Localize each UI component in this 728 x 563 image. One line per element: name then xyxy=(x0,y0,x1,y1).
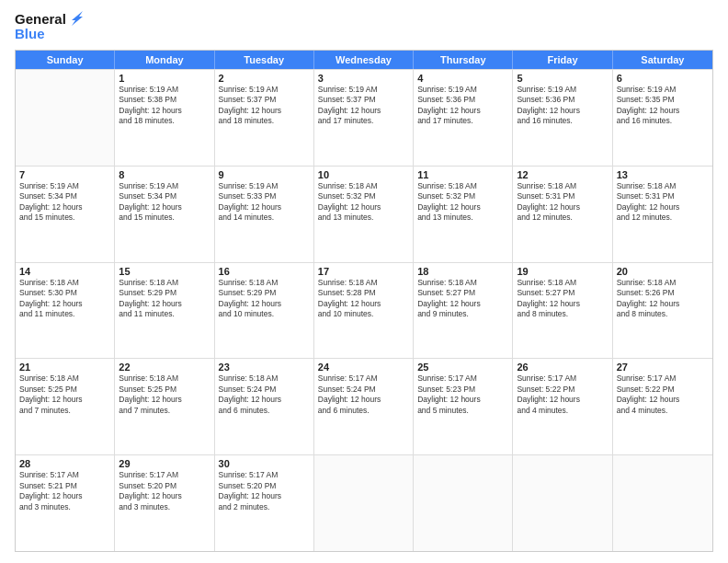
day-number: 19 xyxy=(517,266,608,277)
calendar-header: SundayMondayTuesdayWednesdayThursdayFrid… xyxy=(16,51,712,69)
day-number: 1 xyxy=(119,73,210,84)
day-cell-20: 20Sunrise: 5:18 AM Sunset: 5:26 PM Dayli… xyxy=(613,263,712,359)
day-number: 23 xyxy=(219,362,310,373)
header-day-friday: Friday xyxy=(513,51,612,69)
day-info: Sunrise: 5:18 AM Sunset: 5:24 PM Dayligh… xyxy=(219,373,310,416)
day-number: 3 xyxy=(318,73,409,84)
day-info: Sunrise: 5:19 AM Sunset: 5:36 PM Dayligh… xyxy=(517,85,608,127)
day-info: Sunrise: 5:18 AM Sunset: 5:27 PM Dayligh… xyxy=(417,278,508,320)
day-number: 9 xyxy=(219,169,310,180)
day-number: 18 xyxy=(417,266,508,277)
page: General Blue SundayMondayTuesdayWednesda… xyxy=(0,0,728,563)
day-cell-12: 12Sunrise: 5:18 AM Sunset: 5:31 PM Dayli… xyxy=(513,167,612,262)
day-number: 24 xyxy=(318,362,409,373)
day-number: 5 xyxy=(517,73,608,84)
day-info: Sunrise: 5:19 AM Sunset: 5:36 PM Dayligh… xyxy=(417,85,508,127)
day-number: 8 xyxy=(119,169,210,180)
day-info: Sunrise: 5:17 AM Sunset: 5:20 PM Dayligh… xyxy=(219,470,310,512)
day-cell-5: 5Sunrise: 5:19 AM Sunset: 5:36 PM Daylig… xyxy=(513,70,612,166)
day-info: Sunrise: 5:18 AM Sunset: 5:29 PM Dayligh… xyxy=(219,278,310,320)
day-cell-23: 23Sunrise: 5:18 AM Sunset: 5:24 PM Dayli… xyxy=(215,359,314,454)
day-info: Sunrise: 5:18 AM Sunset: 5:29 PM Dayligh… xyxy=(119,278,210,320)
day-info: Sunrise: 5:17 AM Sunset: 5:23 PM Dayligh… xyxy=(417,373,508,416)
day-info: Sunrise: 5:19 AM Sunset: 5:37 PM Dayligh… xyxy=(219,85,310,127)
day-cell-25: 25Sunrise: 5:17 AM Sunset: 5:23 PM Dayli… xyxy=(414,359,513,454)
day-info: Sunrise: 5:19 AM Sunset: 5:38 PM Dayligh… xyxy=(119,85,210,127)
day-number: 22 xyxy=(119,362,210,373)
day-number: 15 xyxy=(119,266,210,277)
day-info: Sunrise: 5:18 AM Sunset: 5:25 PM Dayligh… xyxy=(119,373,210,416)
day-info: Sunrise: 5:19 AM Sunset: 5:35 PM Dayligh… xyxy=(617,85,709,127)
day-number: 16 xyxy=(219,266,310,277)
svg-marker-0 xyxy=(72,11,83,26)
header-day-wednesday: Wednesday xyxy=(314,51,414,69)
day-number: 30 xyxy=(219,458,310,469)
empty-cell-0-0 xyxy=(16,70,115,166)
day-cell-7: 7Sunrise: 5:19 AM Sunset: 5:34 PM Daylig… xyxy=(16,167,115,262)
day-info: Sunrise: 5:18 AM Sunset: 5:27 PM Dayligh… xyxy=(517,278,608,320)
day-info: Sunrise: 5:19 AM Sunset: 5:33 PM Dayligh… xyxy=(219,181,310,224)
logo-icon xyxy=(68,9,85,28)
day-info: Sunrise: 5:18 AM Sunset: 5:32 PM Dayligh… xyxy=(417,181,508,224)
header-day-thursday: Thursday xyxy=(414,51,513,69)
day-number: 14 xyxy=(19,266,110,277)
day-cell-24: 24Sunrise: 5:17 AM Sunset: 5:24 PM Dayli… xyxy=(314,359,414,454)
day-number: 13 xyxy=(617,169,709,180)
day-number: 12 xyxy=(517,169,608,180)
day-info: Sunrise: 5:18 AM Sunset: 5:32 PM Dayligh… xyxy=(318,181,409,224)
day-cell-21: 21Sunrise: 5:18 AM Sunset: 5:25 PM Dayli… xyxy=(16,359,115,454)
day-info: Sunrise: 5:19 AM Sunset: 5:34 PM Dayligh… xyxy=(119,181,210,224)
logo-blue: Blue xyxy=(15,26,45,42)
day-cell-27: 27Sunrise: 5:17 AM Sunset: 5:22 PM Dayli… xyxy=(613,359,712,454)
day-info: Sunrise: 5:17 AM Sunset: 5:22 PM Dayligh… xyxy=(617,373,709,416)
day-number: 21 xyxy=(19,362,110,373)
day-info: Sunrise: 5:19 AM Sunset: 5:34 PM Dayligh… xyxy=(19,181,110,224)
day-info: Sunrise: 5:18 AM Sunset: 5:30 PM Dayligh… xyxy=(19,278,110,320)
day-cell-8: 8Sunrise: 5:19 AM Sunset: 5:34 PM Daylig… xyxy=(115,167,214,262)
day-number: 4 xyxy=(417,73,508,84)
day-cell-18: 18Sunrise: 5:18 AM Sunset: 5:27 PM Dayli… xyxy=(414,263,513,359)
day-cell-17: 17Sunrise: 5:18 AM Sunset: 5:28 PM Dayli… xyxy=(314,263,414,359)
day-cell-28: 28Sunrise: 5:17 AM Sunset: 5:21 PM Dayli… xyxy=(16,455,115,551)
day-number: 29 xyxy=(119,458,210,469)
day-info: Sunrise: 5:18 AM Sunset: 5:31 PM Dayligh… xyxy=(617,181,709,224)
empty-cell-4-5 xyxy=(513,455,612,551)
header: General Blue xyxy=(15,11,713,42)
day-cell-22: 22Sunrise: 5:18 AM Sunset: 5:25 PM Dayli… xyxy=(115,359,214,454)
day-cell-10: 10Sunrise: 5:18 AM Sunset: 5:32 PM Dayli… xyxy=(314,167,414,262)
day-number: 10 xyxy=(318,169,409,180)
calendar: SundayMondayTuesdayWednesdayThursdayFrid… xyxy=(15,50,713,552)
day-cell-19: 19Sunrise: 5:18 AM Sunset: 5:27 PM Dayli… xyxy=(513,263,612,359)
day-cell-3: 3Sunrise: 5:19 AM Sunset: 5:37 PM Daylig… xyxy=(314,70,414,166)
day-cell-11: 11Sunrise: 5:18 AM Sunset: 5:32 PM Dayli… xyxy=(414,167,513,262)
empty-cell-4-6 xyxy=(613,455,712,551)
calendar-row-2: 14Sunrise: 5:18 AM Sunset: 5:30 PM Dayli… xyxy=(16,262,712,359)
day-info: Sunrise: 5:17 AM Sunset: 5:22 PM Dayligh… xyxy=(517,373,608,416)
day-number: 26 xyxy=(517,362,608,373)
day-cell-16: 16Sunrise: 5:18 AM Sunset: 5:29 PM Dayli… xyxy=(215,263,314,359)
header-day-sunday: Sunday xyxy=(16,51,115,69)
day-info: Sunrise: 5:18 AM Sunset: 5:31 PM Dayligh… xyxy=(517,181,608,224)
day-cell-2: 2Sunrise: 5:19 AM Sunset: 5:37 PM Daylig… xyxy=(215,70,314,166)
day-cell-6: 6Sunrise: 5:19 AM Sunset: 5:35 PM Daylig… xyxy=(613,70,712,166)
day-number: 11 xyxy=(417,169,508,180)
day-cell-15: 15Sunrise: 5:18 AM Sunset: 5:29 PM Dayli… xyxy=(115,263,214,359)
logo: General Blue xyxy=(15,11,85,42)
day-number: 6 xyxy=(617,73,709,84)
empty-cell-4-3 xyxy=(314,455,414,551)
day-info: Sunrise: 5:18 AM Sunset: 5:25 PM Dayligh… xyxy=(19,373,110,416)
empty-cell-4-4 xyxy=(414,455,513,551)
calendar-row-4: 28Sunrise: 5:17 AM Sunset: 5:21 PM Dayli… xyxy=(16,454,712,551)
day-cell-30: 30Sunrise: 5:17 AM Sunset: 5:20 PM Dayli… xyxy=(215,455,314,551)
day-cell-13: 13Sunrise: 5:18 AM Sunset: 5:31 PM Dayli… xyxy=(613,167,712,262)
calendar-row-3: 21Sunrise: 5:18 AM Sunset: 5:25 PM Dayli… xyxy=(16,358,712,454)
day-number: 28 xyxy=(19,458,110,469)
calendar-row-0: 1Sunrise: 5:19 AM Sunset: 5:38 PM Daylig… xyxy=(16,69,712,166)
day-cell-14: 14Sunrise: 5:18 AM Sunset: 5:30 PM Dayli… xyxy=(16,263,115,359)
header-day-saturday: Saturday xyxy=(613,51,712,69)
day-number: 25 xyxy=(417,362,508,373)
calendar-row-1: 7Sunrise: 5:19 AM Sunset: 5:34 PM Daylig… xyxy=(16,166,712,262)
day-cell-29: 29Sunrise: 5:17 AM Sunset: 5:20 PM Dayli… xyxy=(115,455,214,551)
header-day-monday: Monday xyxy=(115,51,214,69)
day-cell-1: 1Sunrise: 5:19 AM Sunset: 5:38 PM Daylig… xyxy=(115,70,214,166)
